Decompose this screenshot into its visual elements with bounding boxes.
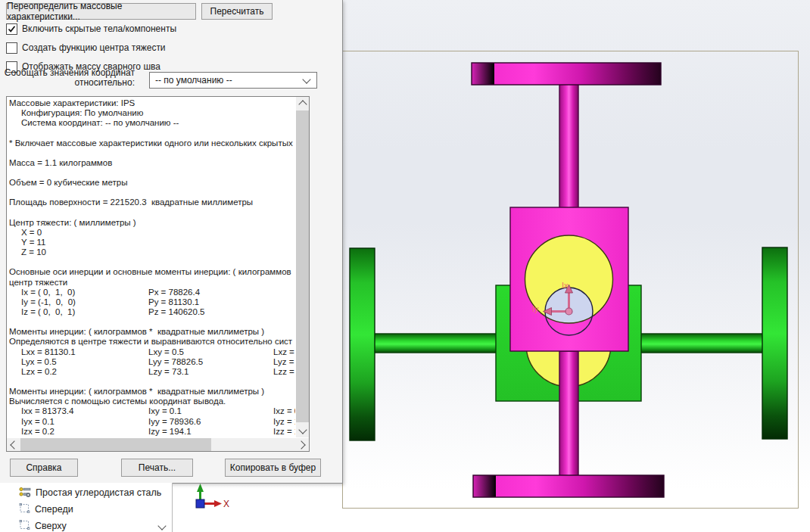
- vertical-scrollbar[interactable]: [296, 97, 309, 437]
- results-cell: Lyx = 0.5: [21, 357, 57, 366]
- results-line: Ix = ( 0, 1, 0)Px = 78826.4: [7, 288, 295, 297]
- results-cell: Iz = ( 0, 0, 1): [21, 307, 75, 316]
- model-shapes[interactable]: [350, 63, 787, 497]
- results-line: Y = 11: [7, 238, 295, 247]
- results-cell: Z = 10: [21, 247, 46, 257]
- results-cell: Моменты инерции: ( килограммов * квадрат…: [9, 327, 264, 336]
- results-line: Система координат: -- по умолчанию --: [7, 118, 295, 128]
- results-cell: Ixy = 0.1: [148, 406, 182, 415]
- scroll-up-icon[interactable]: [298, 100, 307, 108]
- green-flange-left[interactable]: [350, 248, 375, 440]
- tree-item[interactable]: Спереди: [19, 502, 73, 516]
- override-mass-properties-button[interactable]: Переопределить массовые характеристики..…: [6, 3, 196, 20]
- results-cell: Iyx = 0.1: [21, 417, 55, 426]
- report-coords-label-line2: относительно:: [0, 78, 135, 88]
- results-cell: Центр тяжести: ( миллиметры ): [9, 218, 136, 227]
- results-cell: Конфигурация: По умолчанию: [21, 108, 143, 117]
- checkbox-unchecked[interactable]: [6, 42, 17, 54]
- results-cell: X = 0: [21, 228, 42, 237]
- results-cell: Py = 81130.1: [148, 297, 199, 306]
- checkbox-label: Создать функцию центра тяжести: [22, 42, 166, 53]
- results-cell: Izz = 140753.7: [273, 427, 295, 436]
- results-cell: Iyz = 194.1: [273, 417, 295, 426]
- mass-properties-results[interactable]: Массовые характеристики: IPSКонфигурация…: [6, 96, 310, 452]
- magenta-flange-top[interactable]: [472, 63, 661, 85]
- checkbox-checked[interactable]: [6, 23, 17, 35]
- results-cell: Ix = ( 0, 1, 0): [21, 288, 75, 297]
- tree-item[interactable]: Сверху: [19, 519, 67, 532]
- results-cell: Lzx = 0.2: [21, 367, 57, 376]
- results-line: Центр тяжести: ( миллиметры ): [7, 218, 295, 228]
- com-axis-up-label: Ix: [562, 281, 569, 290]
- results-line: Lyx = 0.5Lyy = 78826.5Lyz = 73.1: [7, 357, 295, 367]
- tree-item[interactable]: Простая углеродистая сталь: [19, 486, 161, 499]
- results-line: Iyx = 0.1Iyy = 78936.6Iyz = 194.1: [7, 417, 295, 427]
- results-cell: Izy = 194.1: [148, 427, 192, 436]
- scroll-down-icon[interactable]: [298, 425, 307, 434]
- tree-item-label: Простая углеродистая сталь: [36, 487, 161, 498]
- results-line: [7, 208, 295, 218]
- x-axis-label: X: [223, 499, 229, 509]
- results-line: * Включает массовые характеристики одног…: [7, 138, 295, 148]
- feature-tree-panel: Простая углеродистая стальСпередиСверху: [0, 483, 173, 532]
- results-line: [7, 128, 295, 138]
- plane-icon: [19, 502, 30, 516]
- results-cell: Lxz = 0.2: [273, 347, 295, 356]
- results-cell: Iyy = 78936.6: [148, 417, 201, 426]
- results-line: Основные оси инерции и основные моменты …: [7, 267, 295, 277]
- results-line: Конфигурация: По умолчанию: [7, 108, 295, 118]
- results-line: Iz = ( 0, 0, 1)Pz = 140620.5: [7, 307, 295, 317]
- magenta-stem-top[interactable]: [559, 84, 578, 208]
- results-cell: Lxx = 81130.1: [21, 347, 76, 356]
- results-cell: Lxy = 0.5: [148, 347, 184, 356]
- checkbox-row[interactable]: Включить скрытые тела/компоненты: [6, 23, 176, 34]
- green-shaft-left[interactable]: [374, 334, 497, 353]
- results-cell: центр тяжести: [9, 278, 67, 287]
- coordinate-system-select[interactable]: -- по умолчанию --: [149, 72, 317, 89]
- plane-icon: [19, 519, 30, 532]
- magenta-flange-bottom[interactable]: [473, 475, 664, 497]
- print-button[interactable]: Печать...: [121, 459, 193, 477]
- results-cell: Pz = 140620.5: [148, 307, 205, 316]
- results-line: Площадь поверхности = 221520.3 квадратны…: [7, 198, 295, 207]
- help-button[interactable]: Справка: [10, 459, 78, 477]
- chevron-down-icon: [302, 75, 310, 83]
- origin-cube: [196, 499, 204, 508]
- results-line: Izx = 0.2Izy = 194.1Izz = 140753.7: [7, 427, 295, 437]
- coordinate-system-value: -- по умолчанию --: [150, 75, 304, 86]
- results-line: Z = 10: [7, 247, 295, 257]
- horizontal-scrollbar[interactable]: [7, 438, 309, 451]
- green-flange-right[interactable]: [762, 247, 787, 439]
- com-axis-left-label: Iy: [532, 304, 539, 313]
- results-line: [7, 168, 295, 178]
- results-line: Моменты инерции: ( килограммов * квадрат…: [7, 327, 295, 337]
- results-cell: Y = 11: [21, 238, 46, 247]
- mass-properties-dialog: Переопределить массовые характеристики..…: [0, 0, 343, 484]
- green-shaft-right[interactable]: [628, 334, 763, 353]
- results-line: [7, 188, 295, 198]
- report-coords-label: Сообщать значения координат относительно…: [0, 68, 135, 88]
- scroll-right-icon[interactable]: [297, 440, 305, 449]
- magenta-stem-bottom[interactable]: [559, 351, 578, 476]
- recalculate-button[interactable]: Пересчитать: [201, 3, 273, 20]
- results-line: Ixx = 81373.4Ixy = 0.1Ixz = 0.2: [7, 406, 295, 416]
- tree-scroll-down[interactable]: [155, 521, 168, 531]
- com-origin-ball: [565, 308, 572, 315]
- results-cell: Масса = 1.1 килограммов: [9, 158, 112, 167]
- results-cell: Массовые характеристики: IPS: [9, 98, 135, 107]
- material-icon: [19, 486, 31, 500]
- scroll-left-icon[interactable]: [10, 440, 18, 449]
- copy-to-clipboard-button[interactable]: Копировать в буфер: [225, 459, 321, 477]
- vertical-scrollbar-thumb[interactable]: [296, 110, 309, 422]
- x-axis-arrowhead: [214, 500, 222, 507]
- results-line: Моменты инерции: ( килограммов * квадрат…: [7, 387, 295, 397]
- y-axis-arrowhead: [197, 484, 204, 492]
- results-line: Lzx = 0.2Lzy = 73.1Lzz = 140620.5: [7, 367, 295, 377]
- results-line: [7, 377, 295, 387]
- results-cell: Iy = (-1, 0, 0): [21, 297, 76, 306]
- checkbox-row[interactable]: Создать функцию центра тяжести: [6, 42, 166, 53]
- results-line: Iy = (-1, 0, 0)Py = 81130.1: [7, 297, 295, 307]
- horizontal-scrollbar-thumb[interactable]: [20, 438, 211, 451]
- tree-item-label: Сверху: [35, 521, 67, 531]
- results-line: Lxx = 81130.1Lxy = 0.5Lxz = 0.2: [7, 347, 295, 357]
